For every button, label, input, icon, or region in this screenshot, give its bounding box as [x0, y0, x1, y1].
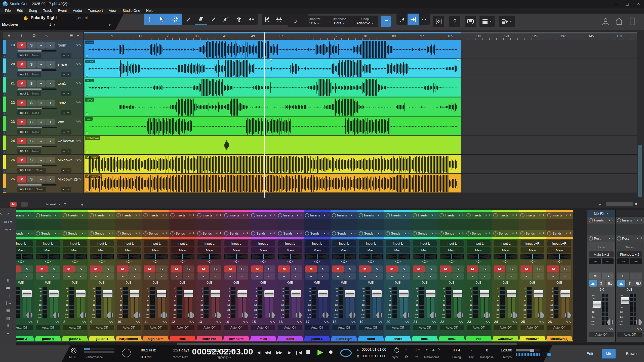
chevron-down-icon[interactable]: ▼: [67, 188, 69, 191]
chevron-down-icon[interactable]: ▼: [54, 232, 57, 235]
output-select[interactable]: Main: [332, 247, 356, 253]
record-arm-button[interactable]: ●: [36, 138, 46, 144]
fader-value[interactable]: 0dB: [72, 281, 78, 286]
event-gain-handle[interactable]: [86, 151, 88, 153]
pan-knob-icon[interactable]: [269, 312, 275, 318]
track-input[interactable]: Input LMono: [17, 91, 41, 96]
home-button[interactable]: [615, 17, 623, 26]
chevron-down-icon[interactable]: ▼: [81, 214, 84, 217]
fader-cap[interactable]: [211, 290, 220, 297]
chevron-down-icon[interactable]: ▼: [216, 232, 218, 235]
split-tool[interactable]: [182, 14, 195, 25]
macro-count-caret-icon[interactable]: ▼: [53, 23, 56, 26]
mute-button[interactable]: M: [589, 273, 601, 280]
power-icon[interactable]: [439, 213, 444, 217]
listen-fader[interactable]: 1060-6-12-24-36-48 ∿∿: [616, 293, 644, 331]
add-insert-icon[interactable]: +: [219, 213, 222, 217]
sends-header[interactable]: Sends▼+: [16, 230, 34, 237]
sends-header[interactable]: Sends▼+: [250, 230, 277, 237]
post-header[interactable]: Post▼+: [616, 235, 644, 242]
event-handle[interactable]: [457, 58, 459, 61]
input-select[interactable]: Input L: [494, 240, 517, 246]
fader-value[interactable]: 0dB: [180, 281, 185, 286]
mute-button[interactable]: M: [440, 265, 451, 273]
mute-button[interactable]: M: [17, 176, 26, 183]
add-send-icon[interactable]: +: [462, 231, 464, 236]
chevron-down-icon[interactable]: ▼: [135, 232, 138, 235]
solo-button[interactable]: S: [48, 265, 60, 273]
add-send-icon[interactable]: +: [381, 231, 383, 236]
zoom-controls-icon[interactable]: ⊞: [635, 203, 637, 206]
fader[interactable]: 1060-6-12-24-36-4815∿∿: [250, 286, 277, 324]
channel-name[interactable]: oohs: [277, 336, 304, 341]
track-input[interactable]: Input LMono: [17, 129, 41, 134]
chevron-down-icon[interactable]: ▼: [243, 232, 245, 235]
output-select[interactable]: Main: [494, 247, 517, 253]
preroll-icon[interactable]: ❙⊢: [415, 347, 421, 351]
automation-mode[interactable]: Auto: Off: [117, 325, 140, 330]
add-insert-icon[interactable]: +: [462, 213, 464, 217]
output-icon[interactable]: ○: [63, 54, 65, 57]
channel-name[interactable]: snare: [384, 336, 411, 341]
solo-button[interactable]: S: [183, 265, 194, 273]
add-insert-icon[interactable]: +: [327, 213, 329, 217]
solo-button[interactable]: S: [291, 265, 302, 273]
chevron-down-icon[interactable]: ▼: [67, 92, 69, 95]
sends-header[interactable]: Sends▼+: [492, 230, 519, 237]
fader[interactable]: 1060-6-12-24-36-4814∿∿: [223, 286, 250, 324]
listen-bus-feed-icon[interactable]: [617, 280, 625, 287]
fader-value[interactable]: 0dB: [233, 281, 239, 286]
solo-button[interactable]: S: [129, 265, 141, 273]
edit-view-button[interactable]: Edit: [583, 349, 597, 358]
add-insert-icon[interactable]: +: [112, 213, 114, 217]
fader-cap[interactable]: [621, 297, 629, 304]
waveform-view-icon[interactable]: ∿∿: [76, 157, 80, 162]
fader[interactable]: 1060-6-12-24-36-4822∿∿: [438, 286, 465, 324]
precount-icon[interactable]: ⊣: [415, 354, 418, 358]
add-send-icon[interactable]: +: [489, 231, 491, 236]
chevron-down-icon[interactable]: ▼: [539, 232, 541, 235]
power-icon[interactable]: [197, 231, 202, 236]
input-select[interactable]: Input L: [305, 240, 329, 246]
power-icon[interactable]: [36, 231, 40, 236]
monitor-button[interactable]: ◐: [237, 273, 248, 280]
record-arm-button[interactable]: ●: [520, 273, 532, 280]
mute-button[interactable]: M: [90, 265, 101, 273]
pan-knob-icon[interactable]: [565, 312, 571, 318]
add-insert-icon[interactable]: +: [300, 213, 302, 217]
sends-header[interactable]: Sends▼+: [331, 230, 357, 237]
help-button[interactable]: ?: [449, 16, 460, 27]
mute-button[interactable]: M: [117, 265, 128, 273]
solo-button[interactable]: S: [452, 265, 464, 273]
add-send-icon[interactable]: +: [192, 231, 195, 236]
inserts-header[interactable]: Inserts▼+: [169, 212, 196, 219]
arrow-tool[interactable]: [155, 14, 169, 25]
chevron-down-icon[interactable]: ▼: [135, 214, 138, 217]
automation-mode[interactable]: Auto: Off: [359, 325, 383, 330]
listen-tool[interactable]: [245, 14, 258, 25]
monitor-button[interactable]: ◐: [75, 273, 87, 280]
record-arm-button[interactable]: ●: [494, 273, 505, 280]
power-icon[interactable]: [251, 231, 255, 236]
input-select[interactable]: Input L: [440, 240, 463, 246]
input-select[interactable]: Input L: [278, 240, 302, 246]
monitor-button[interactable]: ◐: [21, 273, 33, 280]
add-send-icon[interactable]: +: [31, 231, 33, 236]
record-arm-button[interactable]: ●: [224, 273, 236, 280]
sends-header[interactable]: Sends▼+: [277, 230, 304, 237]
fader-value[interactable]: 0dB: [627, 288, 632, 293]
add-insert-icon[interactable]: +: [273, 213, 275, 217]
loop-range[interactable]: [84, 32, 461, 33]
track-input[interactable]: Input LMono: [17, 72, 41, 77]
chevron-down-icon[interactable]: ▼: [566, 214, 568, 217]
range-tool[interactable]: [169, 14, 182, 25]
fader-value[interactable]: 0dB: [368, 281, 374, 286]
solo-button[interactable]: S: [102, 265, 114, 273]
power-icon[interactable]: [278, 231, 282, 236]
pan-knob-icon[interactable]: [80, 312, 86, 318]
power-icon[interactable]: [386, 231, 390, 236]
autoscroll-button[interactable]: [408, 14, 419, 25]
transpose-value[interactable]: 0: [486, 348, 488, 352]
power-icon[interactable]: [413, 213, 417, 217]
input-select[interactable]: Input L+R: [520, 240, 544, 246]
